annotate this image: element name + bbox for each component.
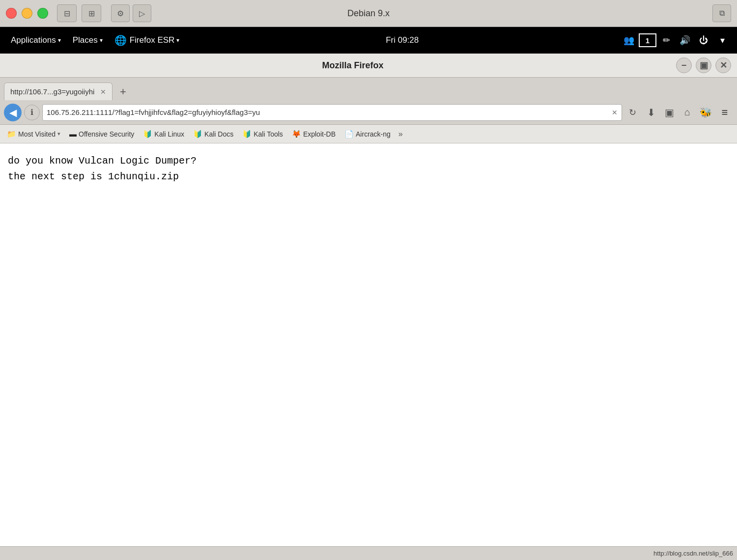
bookmarks-bar: 📁 Most Visited ▾ ▬ Offensive Security 🔰 …	[0, 125, 737, 143]
bookmark-aircrack[interactable]: 📄 Aircrack-ng	[341, 128, 394, 140]
bookmark-exploit-db-label: Exploit-DB	[303, 130, 336, 138]
back-button[interactable]: ◀	[4, 104, 22, 121]
bookmark-kali-tools-label: Kali Tools	[254, 130, 283, 138]
panel-menu-arrow-icon[interactable]: ▾	[713, 31, 731, 49]
bookmark-most-visited[interactable]: 📁 Most Visited ▾	[4, 128, 63, 140]
applications-menu[interactable]: Applications ▾	[6, 27, 66, 54]
tab-close-btn[interactable]: ✕	[100, 88, 106, 96]
toolbar-icons: ⬇ ▣ ⌂ 🐝	[643, 104, 714, 121]
tab-bar: http://106.7...g3=yugoiiyhi ✕ +	[0, 78, 737, 100]
panel-clock: Fri 09:28	[386, 35, 419, 45]
browser-tab[interactable]: http://106.7...g3=yugoiiyhi ✕	[4, 83, 113, 100]
page-line-1: do you know Vulcan Logic Dumper?	[8, 153, 729, 169]
window-ctrl-grid[interactable]: ⊞	[82, 4, 101, 22]
volume-icon[interactable]: 🔊	[676, 31, 694, 49]
firefox-globe-icon: 🌐	[114, 34, 127, 46]
firefox-arrow-icon: ▾	[176, 37, 179, 44]
bookmark-offensive-security-label: Offensive Security	[79, 130, 134, 138]
url-clear-icon[interactable]: ✕	[612, 109, 618, 116]
bookmark-exploit-db[interactable]: 🦊 Exploit-DB	[289, 128, 339, 140]
bookmark-kali-linux[interactable]: 🔰 Kali Linux	[140, 128, 187, 140]
most-visited-arrow-icon: ▾	[57, 131, 60, 137]
window-nav-arrows: ⚙ ▷	[111, 4, 151, 22]
aircrack-icon: 📄	[344, 130, 354, 139]
firefox-window-titlebar: Mozilla Firefox − ▣ ✕	[0, 54, 737, 78]
url-bar[interactable]: 106.75.26.211:1111/?flag1=fvhjjihfcv&fla…	[42, 104, 622, 121]
places-label: Places	[73, 35, 98, 45]
window-nav-tools[interactable]: ⚙	[111, 4, 130, 22]
places-arrow-icon: ▾	[100, 37, 103, 44]
window-ctrl-sidebar[interactable]: ⊟	[57, 4, 77, 22]
kali-linux-icon: 🔰	[143, 130, 152, 139]
people-icon[interactable]: 👥	[620, 31, 638, 49]
offensive-security-icon: ▬	[69, 130, 77, 138]
window-titlebar: ⊟ ⊞ ⚙ ▷ Debian 9.x ⧉	[0, 0, 737, 27]
bookmark-aircrack-label: Aircrack-ng	[356, 130, 391, 138]
window-controls: ⊟ ⊞	[57, 4, 101, 22]
firefox-window: Mozilla Firefox − ▣ ✕ http://106.7...g3=…	[0, 54, 737, 560]
firefox-panel-label: Firefox ESR	[130, 35, 175, 45]
status-url: http://blog.csdn.net/slip_666	[653, 550, 733, 557]
panel-left: Applications ▾ Places ▾ 🌐 Firefox ESR ▾	[6, 27, 184, 54]
tab-url-text: http://106.7...g3=yugoiiyhi	[10, 87, 94, 96]
bookmark-kali-linux-label: Kali Linux	[154, 130, 184, 138]
bookmark-kali-tools[interactable]: 🔰 Kali Tools	[239, 128, 286, 140]
navigation-bar: ◀ ℹ 106.75.26.211:1111/?flag1=fvhjjihfcv…	[0, 100, 737, 125]
window-right-controls: ⧉	[712, 4, 731, 22]
close-button[interactable]	[6, 8, 17, 19]
panel-center: Fri 09:28	[184, 35, 620, 45]
traffic-lights	[6, 8, 48, 19]
firefox-minimize-btn[interactable]: −	[676, 57, 692, 73]
firefox-window-controls: − ▣ ✕	[676, 57, 737, 73]
window-nav-forward[interactable]: ▷	[133, 4, 151, 22]
bookmark-kali-docs-label: Kali Docs	[204, 130, 233, 138]
firefox-panel-item[interactable]: 🌐 Firefox ESR ▾	[110, 27, 185, 54]
firefox-close-btn[interactable]: ✕	[715, 57, 731, 73]
bookmark-kali-docs[interactable]: 🔰 Kali Docs	[190, 128, 236, 140]
url-text: 106.75.26.211:1111/?flag1=fvhjjihfcv&fla…	[47, 108, 608, 116]
bookmark-offensive-security[interactable]: ▬ Offensive Security	[66, 128, 137, 140]
applications-arrow-icon: ▾	[58, 37, 61, 44]
download-icon[interactable]: ⬇	[643, 104, 659, 121]
firefox-window-title: Mozilla Firefox	[39, 60, 666, 71]
bookmark-most-visited-label: Most Visited	[18, 130, 56, 138]
kali-docs-icon: 🔰	[193, 130, 202, 139]
exploit-db-icon: 🦊	[292, 130, 301, 139]
home-icon[interactable]: ⌂	[679, 104, 696, 121]
maximize-button[interactable]	[37, 8, 48, 19]
reader-mode-icon[interactable]: ▣	[661, 104, 678, 121]
pen-icon[interactable]: ✏	[657, 31, 675, 49]
firefox-restore-btn[interactable]: ▣	[696, 57, 711, 73]
power-icon[interactable]: ⏻	[695, 31, 712, 49]
status-bar: http://blog.csdn.net/slip_666	[0, 546, 737, 560]
workspace-indicator[interactable]: 1	[639, 33, 656, 47]
hamburger-menu[interactable]: ≡	[716, 104, 733, 121]
reload-button[interactable]: ↻	[624, 105, 640, 120]
bookmarks-more-btn[interactable]: »	[397, 130, 405, 139]
places-menu[interactable]: Places ▾	[68, 27, 108, 54]
extension-icon[interactable]: 🐝	[697, 104, 714, 121]
new-tab-btn[interactable]: +	[114, 84, 131, 100]
window-tile-btn[interactable]: ⧉	[712, 4, 731, 22]
applications-label: Applications	[11, 35, 56, 45]
minimize-button[interactable]	[22, 8, 32, 19]
panel-right: 👥 1 ✏ 🔊 ⏻ ▾	[620, 31, 731, 49]
page-line-2: the next step is 1chunqiu.zip	[8, 169, 729, 185]
most-visited-icon: 📁	[7, 130, 16, 139]
gnome-panel: Applications ▾ Places ▾ 🌐 Firefox ESR ▾ …	[0, 27, 737, 54]
kali-tools-icon: 🔰	[242, 130, 252, 139]
window-title: Debian 9.x	[347, 8, 390, 19]
info-icon[interactable]: ℹ	[24, 105, 40, 120]
page-content: do you know Vulcan Logic Dumper? the nex…	[0, 143, 737, 546]
